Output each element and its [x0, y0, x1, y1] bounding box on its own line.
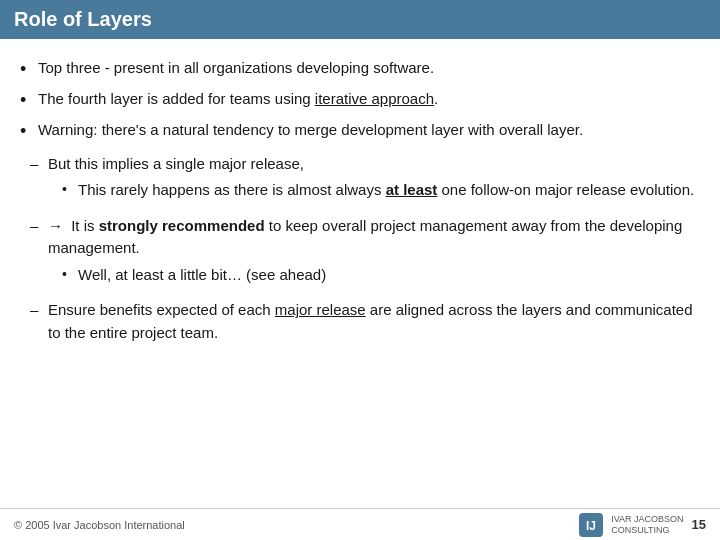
sub-item-1-content: But this implies a single major release,…	[48, 153, 694, 205]
bullet-dot-2: •	[20, 88, 38, 113]
sub-item-1-text: But this implies a single major release,	[48, 155, 304, 172]
bullet-text-2-before: The fourth layer is added for teams usin…	[38, 90, 315, 107]
main-bullet-list: • Top three - present in all organizatio…	[20, 57, 700, 145]
footer-copyright: © 2005 Ivar Jacobson International	[14, 519, 185, 531]
bullet-small-1: •	[62, 179, 78, 200]
bullet-text-2-after: .	[434, 90, 438, 107]
footer-right: IJ IVAR JACOBSONCONSULTING 15	[577, 511, 706, 539]
dash-2: –	[30, 215, 48, 238]
sub-sub-item-1: • This rarely happens as there is almost…	[62, 179, 694, 202]
bullet-text-2-underline: iterative approach	[315, 90, 434, 107]
at-least-underline: at least	[386, 181, 438, 198]
sub-item-1: – But this implies a single major releas…	[30, 153, 700, 205]
ivar-jacobson-logo-icon: IJ	[577, 511, 605, 539]
sub-item-3: – Ensure benefits expected of each major…	[30, 299, 700, 344]
svg-text:IJ: IJ	[586, 519, 596, 533]
sub-sub-item-2: • Well, at least a little bit… (see ahea…	[62, 264, 700, 287]
sub-item-3-content: Ensure benefits expected of each major r…	[48, 299, 700, 344]
sub-sub-list-2: • Well, at least a little bit… (see ahea…	[62, 264, 700, 287]
sub-list: – But this implies a single major releas…	[30, 153, 700, 345]
strongly-recommended-bold: strongly recommended	[99, 217, 265, 234]
bullet-item-2: • The fourth layer is added for teams us…	[20, 88, 700, 113]
bullet-text-3: Warning: there's a natural tendency to m…	[38, 119, 700, 142]
major-release-underline: major release	[275, 301, 366, 318]
bullet-text-1-content: Top three - present in all organizations…	[38, 59, 434, 76]
footer-logo: IJ IVAR JACOBSONCONSULTING	[577, 511, 683, 539]
sub-sub-item-1-text: This rarely happens as there is almost a…	[78, 179, 694, 202]
header: Role of Layers	[0, 0, 720, 39]
footer-page-number: 15	[692, 517, 706, 532]
bullet-text-3-content: Warning: there's a natural tendency to m…	[38, 121, 583, 138]
bullet-dot-3: •	[20, 119, 38, 144]
content-area: • Top three - present in all organizatio…	[0, 39, 720, 358]
dash-1: –	[30, 153, 48, 176]
sub-item-2: – → It is strongly recommended to keep o…	[30, 215, 700, 290]
bullet-item-3: • Warning: there's a natural tendency to…	[20, 119, 700, 144]
bullet-dot-1: •	[20, 57, 38, 82]
bullet-text-1: Top three - present in all organizations…	[38, 57, 700, 80]
arrow-icon: →	[48, 217, 63, 234]
sub-item-2-content: → It is strongly recommended to keep ove…	[48, 215, 700, 290]
footer: © 2005 Ivar Jacobson International IJ IV…	[0, 508, 720, 540]
bullet-small-2: •	[62, 264, 78, 285]
dash-3: –	[30, 299, 48, 322]
sub-sub-item-2-text: Well, at least a little bit… (see ahead)	[78, 264, 326, 287]
sub-item-2-text: It is strongly recommended to keep overa…	[48, 217, 682, 257]
header-title: Role of Layers	[14, 8, 152, 31]
sub-sub-list-1: • This rarely happens as there is almost…	[62, 179, 694, 202]
consulting-label: IVAR JACOBSONCONSULTING	[611, 514, 683, 536]
bullet-text-2: The fourth layer is added for teams usin…	[38, 88, 700, 111]
bullet-item-1: • Top three - present in all organizatio…	[20, 57, 700, 82]
